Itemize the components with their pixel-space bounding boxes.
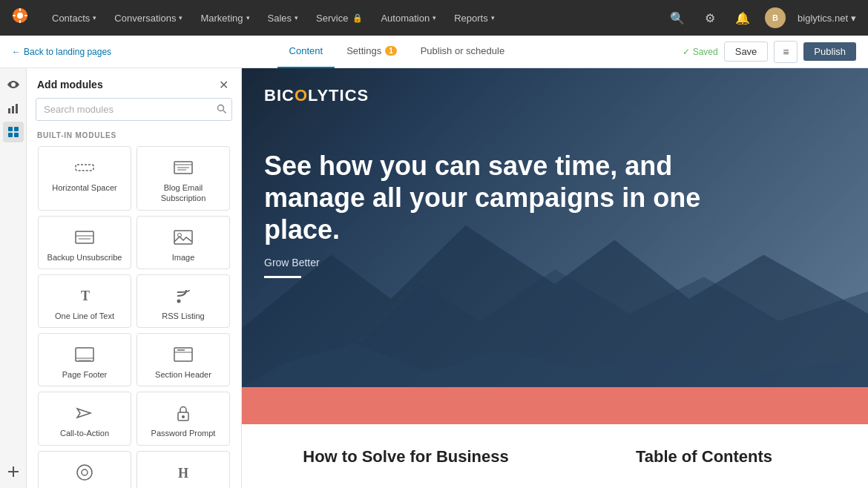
module-cta[interactable]: Call-to-Action xyxy=(38,392,131,445)
modules-header: Add modules ✕ xyxy=(27,68,241,98)
nav-marketing[interactable]: Marketing ▾ xyxy=(191,0,258,36)
svg-text:H: H xyxy=(178,466,188,481)
svg-point-36 xyxy=(77,465,92,480)
hero-content: BICOLYTICS See how you can save time, an… xyxy=(264,86,846,278)
tab-content[interactable]: Content xyxy=(277,36,335,68)
page-footer-icon xyxy=(74,344,95,365)
bottom-col-2: Table of Contents xyxy=(570,446,838,468)
add-icon-btn[interactable] xyxy=(3,461,24,482)
svg-point-35 xyxy=(182,415,185,418)
module-horizontal-spacer[interactable]: Horizontal Spacer xyxy=(38,146,131,211)
module-label: Horizontal Spacer xyxy=(52,182,116,193)
stats-icon-btn[interactable] xyxy=(3,98,24,119)
svg-rect-11 xyxy=(8,133,13,137)
nav-service[interactable]: Service 🔒 xyxy=(307,0,372,36)
salmon-band xyxy=(242,387,868,424)
sidebar-icons xyxy=(0,68,27,488)
search-input[interactable] xyxy=(36,98,232,121)
lock-icon: 🔒 xyxy=(352,13,363,23)
brand-logo: BICOLYTICS xyxy=(264,86,846,105)
view-toggle-button[interactable]: ≡ xyxy=(774,41,798,63)
svg-rect-12 xyxy=(14,133,19,137)
hero-headline: See how you can save time, and manage al… xyxy=(264,150,709,246)
search-bar xyxy=(36,98,232,121)
svg-rect-27 xyxy=(76,348,93,361)
module-label: Call-to-Action xyxy=(60,428,109,438)
module-label: RSS Listing xyxy=(162,311,204,321)
hero-divider xyxy=(264,276,301,278)
module-section-header[interactable]: Section Header xyxy=(137,333,230,386)
search-button[interactable]: 🔍 xyxy=(667,7,688,28)
module-blog-email[interactable]: Blog Email Subscription xyxy=(137,146,230,211)
publish-button[interactable]: Publish xyxy=(803,42,856,61)
section-label: BUILT-IN MODULES xyxy=(27,128,241,144)
svg-rect-6 xyxy=(8,108,10,113)
svg-rect-20 xyxy=(76,231,93,243)
chevron-down-icon: ▾ xyxy=(246,14,250,22)
main-layout: Add modules ✕ BUILT-IN MODULES Horizonta… xyxy=(0,68,868,488)
nav-sales[interactable]: Sales ▾ xyxy=(259,0,308,36)
svg-point-13 xyxy=(218,105,224,111)
password-prompt-icon xyxy=(173,403,194,423)
svg-point-26 xyxy=(177,299,181,303)
close-modules-button[interactable]: ✕ xyxy=(216,77,231,92)
hubspot-logo[interactable] xyxy=(12,7,28,28)
chevron-down-icon: ▾ xyxy=(433,14,436,22)
account-name[interactable]: biglytics.net ▾ xyxy=(798,13,856,24)
bottom-section: How to Solve for Business Table of Conte… xyxy=(242,424,868,488)
module-label: Backup Unsubscribe xyxy=(47,252,122,263)
module-label: Page Footer xyxy=(62,369,108,380)
module-label: Password Prompt xyxy=(151,428,216,438)
module-header[interactable]: H Header xyxy=(137,451,230,488)
back-to-landing-pages-link[interactable]: Back to landing pages xyxy=(12,47,111,57)
module-label: One Line of Text xyxy=(55,311,114,321)
chevron-down-icon: ▾ xyxy=(851,13,856,24)
horizontal-spacer-icon xyxy=(74,157,95,178)
hero-section: BICOLYTICS See how you can save time, an… xyxy=(242,68,868,387)
secondary-nav: Back to landing pages Content Settings 1… xyxy=(0,36,868,68)
modules-title: Add modules xyxy=(37,79,103,90)
tab-publish[interactable]: Publish or schedule xyxy=(409,36,516,68)
svg-rect-9 xyxy=(8,127,13,131)
svg-line-14 xyxy=(223,111,226,113)
nav-right: 🔍 ⚙ 🔔 B biglytics.net ▾ xyxy=(667,7,856,28)
nav-conversations[interactable]: Conversations ▾ xyxy=(105,0,191,36)
tab-settings[interactable]: Settings 1 xyxy=(335,36,409,68)
nav-automation[interactable]: Automation ▾ xyxy=(372,0,445,36)
module-label: Image xyxy=(172,252,195,263)
bottom-col-1: How to Solve for Business xyxy=(272,446,540,468)
svg-text:T: T xyxy=(81,288,90,303)
saved-status: Saved xyxy=(683,47,718,57)
chevron-down-icon: ▾ xyxy=(491,14,495,22)
cta-icon xyxy=(74,403,95,423)
secondary-nav-actions: Saved Save ≡ Publish xyxy=(683,41,856,63)
save-button[interactable]: Save xyxy=(724,42,769,62)
section-header-icon xyxy=(173,344,194,365)
modules-grid: Horizontal Spacer Blog Email Subscriptio… xyxy=(27,144,241,488)
preview-icon-btn[interactable] xyxy=(3,74,24,95)
module-backup-unsubscribe[interactable]: Backup Unsubscribe xyxy=(38,216,131,269)
nav-contacts[interactable]: Contacts ▾ xyxy=(43,0,105,36)
notifications-button[interactable]: 🔔 xyxy=(732,7,753,28)
svg-point-37 xyxy=(82,469,88,475)
svg-rect-3 xyxy=(19,20,21,23)
svg-rect-5 xyxy=(24,15,27,16)
module-logo[interactable]: Logo xyxy=(38,451,131,488)
one-line-text-icon: T xyxy=(74,286,95,306)
svg-rect-10 xyxy=(14,127,19,131)
svg-marker-33 xyxy=(77,409,91,418)
module-rss-listing[interactable]: RSS Listing xyxy=(137,274,230,328)
settings-button[interactable]: ⚙ xyxy=(700,7,720,28)
content-preview: BICOLYTICS See how you can save time, an… xyxy=(242,68,868,488)
svg-rect-7 xyxy=(12,106,14,113)
logo-module-icon xyxy=(74,462,95,483)
svg-rect-4 xyxy=(13,15,16,16)
module-page-footer[interactable]: Page Footer xyxy=(38,333,131,386)
module-password-prompt[interactable]: Password Prompt xyxy=(137,392,230,445)
module-one-line-text[interactable]: T One Line of Text xyxy=(38,274,131,328)
avatar[interactable]: B xyxy=(765,7,786,28)
nav-reports[interactable]: Reports ▾ xyxy=(445,0,504,36)
modules-icon-btn[interactable] xyxy=(3,122,24,142)
rss-listing-icon xyxy=(173,286,194,306)
module-image[interactable]: Image xyxy=(137,216,230,269)
